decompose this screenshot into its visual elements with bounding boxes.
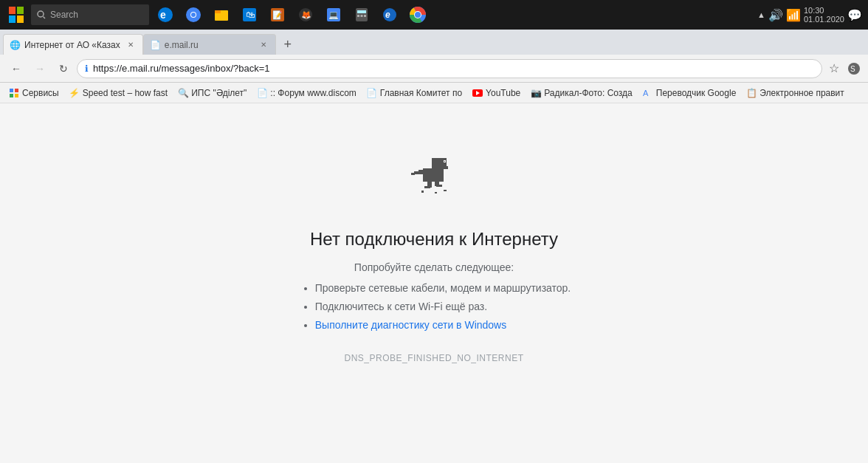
- error-bullet-1: Проверьте сетевые кабели, модем и маршру…: [315, 279, 571, 298]
- bm-favicon-6: [472, 88, 483, 98]
- reload-button[interactable]: ↻: [53, 58, 74, 79]
- taskbar-edge-icon[interactable]: e: [154, 3, 177, 27]
- bm-label-1: Сервисы: [22, 88, 59, 98]
- bookmarks-bar: Сервисы ⚡ Speed test – how fast 🔍 ИПС "Ә…: [0, 83, 868, 103]
- bookmark-services[interactable]: Сервисы: [4, 85, 63, 101]
- error-bullet-3: Выполните диагностику сети в Windows: [315, 316, 571, 335]
- bm-favicon-8: A: [643, 88, 653, 98]
- bm-label-8: Переводчик Google: [656, 88, 737, 98]
- bm-label-6: YouTube: [486, 88, 520, 98]
- svg-rect-45: [411, 173, 415, 175]
- svg-rect-18: [357, 10, 366, 13]
- svg-rect-44: [414, 171, 419, 174]
- svg-line-1: [44, 17, 46, 19]
- bookmark-speedtest[interactable]: ⚡ Speed test – how fast: [65, 85, 172, 101]
- svg-rect-29: [10, 89, 13, 92]
- svg-rect-8: [215, 10, 221, 13]
- bm-label-4: :: Форум www.discom: [270, 88, 356, 98]
- taskbar-app5-icon[interactable]: 🦊: [294, 3, 317, 27]
- taskbar-store-icon[interactable]: 🛍: [238, 3, 261, 27]
- tab-favicon-2: 📄: [150, 40, 160, 50]
- taskbar: Search e 🛍 📝 🦊 💻 e ▲ 🔊: [0, 0, 868, 30]
- new-tab-button[interactable]: +: [278, 34, 298, 55]
- tab-close-2[interactable]: ✕: [258, 39, 269, 51]
- taskbar-calc-icon[interactable]: [350, 3, 373, 27]
- lock-icon: ℹ: [85, 64, 89, 74]
- taskbar-ie-icon[interactable]: e: [378, 3, 402, 27]
- svg-rect-42: [432, 165, 438, 170]
- error-bullet-2: Подключитесь к сети Wi-Fi ещё раз.: [315, 298, 571, 316]
- svg-rect-31: [10, 94, 13, 97]
- back-button[interactable]: ←: [6, 58, 27, 79]
- taskbar-app4-icon[interactable]: 📝: [266, 3, 289, 27]
- svg-text:S: S: [850, 65, 855, 73]
- ext-icon-1[interactable]: S: [846, 61, 862, 77]
- forward-button[interactable]: →: [30, 58, 50, 79]
- svg-text:🦊: 🦊: [301, 10, 311, 20]
- bookmark-radical[interactable]: 📷 Радикал-Фото: Созда: [526, 85, 637, 101]
- svg-text:A: A: [643, 89, 649, 97]
- bm-favicon-4: 📄: [257, 88, 267, 98]
- svg-rect-30: [15, 89, 18, 92]
- tab-favicon-1: 🌐: [10, 40, 20, 50]
- error-title: Нет подключения к Интернету: [310, 229, 558, 250]
- svg-point-6: [191, 13, 196, 17]
- svg-rect-19: [357, 15, 359, 17]
- svg-text:e: e: [160, 9, 166, 21]
- taskbar-chrome-icon[interactable]: [182, 3, 205, 27]
- svg-text:📝: 📝: [272, 10, 283, 20]
- tab-bar: 🌐 Интернет от АО «Казах ✕ 📄 e.mail.ru ✕ …: [0, 30, 868, 55]
- taskbar-chrome2-icon[interactable]: [406, 3, 430, 27]
- svg-text:e: e: [385, 10, 390, 20]
- svg-rect-51: [436, 185, 442, 187]
- error-page: Нет подключения к Интернету Попробуйте с…: [0, 103, 868, 463]
- tab-mail[interactable]: 📄 e.mail.ru ✕: [143, 34, 276, 55]
- browser-window: 🌐 Интернет от АО «Казах ✕ 📄 e.mail.ru ✕ …: [0, 30, 868, 463]
- tab-label-1: Интернет от АО «Казах: [24, 40, 120, 50]
- bm-favicon-3: 🔍: [178, 88, 188, 98]
- tab-label-2: e.mail.ru: [165, 40, 199, 50]
- svg-rect-54: [444, 190, 447, 191]
- svg-rect-47: [438, 176, 441, 179]
- bookmark-egov[interactable]: 📋 Электронное правит: [742, 85, 849, 101]
- svg-rect-39: [444, 161, 445, 162]
- svg-rect-21: [364, 15, 366, 17]
- svg-rect-43: [418, 170, 424, 174]
- bm-favicon-7: 📷: [531, 88, 541, 98]
- bookmark-adilet[interactable]: 🔍 ИПС "Әділет": [173, 85, 251, 101]
- bm-label-3: ИПС "Әділет": [191, 88, 247, 98]
- svg-rect-53: [435, 192, 437, 193]
- nav-bar: ← → ↻ ℹ https://e.mail.ru/messages/inbox…: [0, 55, 868, 83]
- address-bar[interactable]: ℹ https://e.mail.ru/messages/inbox/?back…: [77, 59, 822, 78]
- tab-close-1[interactable]: ✕: [125, 39, 137, 51]
- taskbar-search-label: Search: [50, 10, 78, 20]
- bookmark-translate[interactable]: A Переводчик Google: [638, 85, 741, 101]
- svg-rect-20: [361, 15, 363, 17]
- taskbar-explorer-icon[interactable]: [210, 3, 233, 27]
- taskbar-app6-icon[interactable]: 💻: [322, 3, 345, 27]
- bookmark-youtube[interactable]: YouTube: [468, 85, 525, 101]
- svg-text:💻: 💻: [328, 10, 339, 20]
- bm-favicon-1: [9, 88, 19, 98]
- svg-point-26: [415, 12, 421, 18]
- bm-favicon-5: 📄: [367, 88, 377, 98]
- diagnostics-link[interactable]: Выполните диагностику сети в Windows: [315, 319, 506, 331]
- dino-icon: [408, 148, 460, 199]
- bm-favicon-9: 📋: [746, 88, 757, 98]
- bm-label-2: Speed test – how fast: [83, 88, 168, 98]
- svg-rect-36: [423, 168, 444, 182]
- bookmark-forum[interactable]: 📄 :: Форум www.discom: [252, 85, 360, 101]
- bm-label-5: Главная Комитет по: [380, 88, 462, 98]
- svg-rect-41: [445, 168, 448, 169]
- error-code: DNS_PROBE_FINISHED_NO_INTERNET: [344, 353, 523, 363]
- taskbar-right: ▲ 🔊 📶 10:3001.01.2020 💬: [757, 6, 862, 24]
- svg-rect-32: [15, 94, 18, 97]
- svg-point-0: [38, 11, 44, 17]
- start-button[interactable]: [6, 4, 27, 25]
- taskbar-search[interactable]: Search: [31, 4, 149, 25]
- tab-internet[interactable]: 🌐 Интернет от АО «Казах ✕: [3, 34, 143, 55]
- bookmark-committee[interactable]: 📄 Главная Комитет по: [362, 85, 466, 101]
- bm-label-7: Радикал-Фото: Созда: [544, 88, 633, 98]
- bookmark-star-button[interactable]: ☆: [825, 60, 843, 78]
- dino-illustration: [408, 148, 460, 199]
